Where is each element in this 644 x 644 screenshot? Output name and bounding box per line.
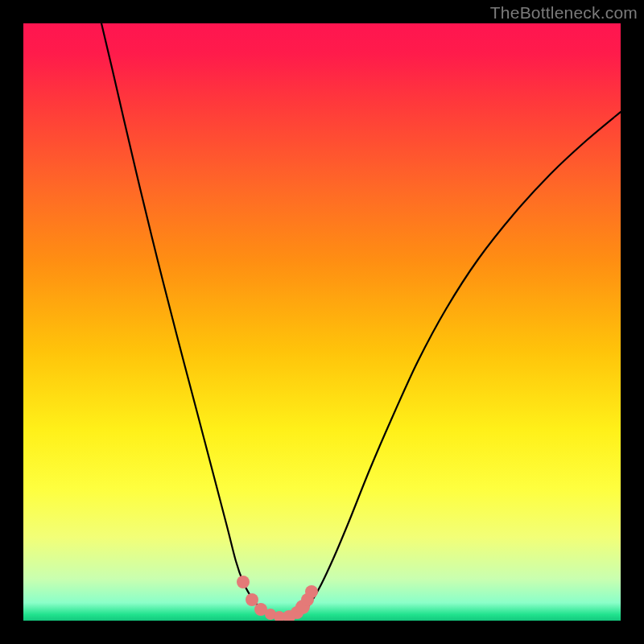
- plot-area: [23, 23, 621, 621]
- marker-dot: [305, 585, 318, 598]
- chart-stage: TheBottleneck.com: [0, 0, 644, 644]
- marker-dot: [246, 593, 258, 606]
- marker-dot: [237, 576, 250, 588]
- highlight-markers: [237, 576, 318, 621]
- bottleneck-curve: [101, 23, 621, 617]
- curve-svg: [23, 23, 621, 621]
- watermark-text: TheBottleneck.com: [490, 3, 638, 23]
